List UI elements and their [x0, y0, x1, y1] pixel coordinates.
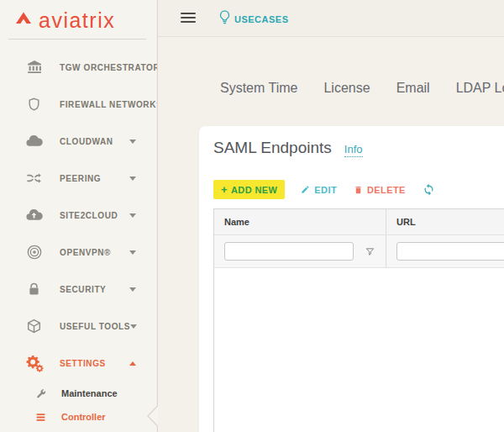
usecases-button[interactable]: USECASES: [218, 9, 289, 29]
toolbar: + ADD NEW EDIT DELETE: [213, 180, 504, 199]
sidebar-item-settings[interactable]: SETTINGS: [0, 345, 158, 382]
table-header-row: Name URL: [214, 209, 504, 235]
hamburger-menu-button[interactable]: [181, 13, 196, 25]
gears-icon: [24, 354, 44, 373]
sidebar-item-label: PEERING: [60, 174, 101, 183]
usecases-label: USECASES: [234, 14, 289, 24]
plus-icon: +: [221, 184, 228, 195]
sidebar: aviatrix TGW ORCHESTRATOR FIREWALL NETWO…: [0, 0, 158, 432]
sidebar-item-tgw-orchestrator[interactable]: TGW ORCHESTRATOR: [0, 49, 158, 86]
chevron-down-icon: [129, 287, 136, 292]
pencil-icon: [301, 185, 310, 194]
sidebar-item-label: FIREWALL NETWORK: [60, 100, 156, 109]
chevron-down-icon: [129, 213, 136, 218]
sidebar-item-label: SECURITY: [60, 285, 106, 294]
lightbulb-icon: [218, 9, 231, 29]
sidebar-item-site2cloud[interactable]: SITE2CLOUD: [0, 197, 158, 234]
sidebar-item-label: SETTINGS: [60, 359, 106, 368]
url-filter-input[interactable]: [396, 242, 504, 261]
saml-endpoints-card: SAML Endpoints Info + ADD NEW EDIT DELET…: [199, 126, 504, 432]
sidebar-item-label: USEFUL TOOLS: [60, 322, 130, 331]
add-new-button[interactable]: + ADD NEW: [213, 180, 285, 199]
chevron-down-icon: [129, 250, 136, 255]
wrench-icon: [34, 387, 46, 399]
chevron-down-icon: [130, 324, 137, 329]
sidebar-nav: TGW ORCHESTRATOR FIREWALL NETWORK CLOUDW…: [0, 40, 158, 429]
tab-email[interactable]: Email: [396, 81, 430, 96]
trash-icon: [354, 185, 363, 195]
sidebar-item-firewall-network[interactable]: FIREWALL NETWORK: [0, 86, 158, 123]
sidebar-subitem-maintenance[interactable]: Maintenance: [0, 382, 158, 405]
sidebar-item-peering[interactable]: PEERING: [0, 160, 158, 197]
name-filter-input[interactable]: [224, 242, 354, 261]
sidebar-item-cloudwan[interactable]: CLOUDWAN: [0, 123, 158, 160]
settings-tabs: System Time License Email LDAP Login: [220, 81, 504, 96]
delete-button[interactable]: DELETE: [354, 185, 406, 195]
delete-label: DELETE: [367, 185, 406, 195]
main-content: System Time License Email LDAP Login SAM…: [158, 37, 504, 432]
bank-icon: [24, 58, 44, 77]
tab-system-time[interactable]: System Time: [220, 81, 297, 96]
refresh-button[interactable]: [423, 183, 435, 196]
column-header-url: URL: [386, 217, 416, 227]
tab-license[interactable]: License: [323, 81, 370, 96]
sidebar-subitem-label: Maintenance: [61, 388, 118, 398]
lock-icon: [24, 280, 44, 299]
add-new-label: ADD NEW: [231, 185, 277, 195]
sidebar-item-label: SITE2CLOUD: [60, 211, 118, 220]
chevron-up-icon: [129, 361, 136, 366]
aviatrix-logo[interactable]: aviatrix: [0, 0, 158, 40]
edit-label: EDIT: [314, 185, 337, 195]
column-header-name: Name: [214, 217, 249, 227]
list-icon: [34, 411, 46, 423]
page-title: SAML Endpoints: [213, 139, 332, 157]
brand-name: aviatrix: [39, 10, 115, 31]
cloud-icon: [24, 132, 44, 151]
sidebar-item-label: TGW ORCHESTRATOR: [60, 63, 160, 72]
tab-ldap-login[interactable]: LDAP Login: [456, 81, 504, 96]
logo-divider: [8, 39, 146, 40]
chevron-down-icon: [129, 140, 136, 144]
cloud-upload-icon: [24, 206, 44, 225]
edit-button[interactable]: EDIT: [301, 185, 337, 195]
filter-funnel-icon[interactable]: [365, 247, 375, 256]
package-icon: [24, 317, 44, 336]
shuffle-icon: [24, 169, 44, 188]
shield-icon: [24, 95, 44, 114]
sidebar-item-label: OPENVPN®: [60, 248, 111, 257]
info-link[interactable]: Info: [344, 143, 363, 157]
refresh-icon: [423, 183, 435, 196]
topbar: USECASES: [158, 0, 504, 37]
sidebar-item-useful-tools[interactable]: USEFUL TOOLS: [0, 308, 158, 345]
target-icon: [24, 243, 44, 262]
table-filter-row: [214, 235, 504, 268]
sidebar-item-security[interactable]: SECURITY: [0, 271, 158, 308]
chevron-down-icon: [129, 176, 136, 181]
sidebar-item-label: CLOUDWAN: [60, 137, 113, 146]
saml-endpoints-table: Name URL: [213, 208, 504, 432]
sidebar-subitem-controller[interactable]: Controller: [0, 405, 158, 429]
aviatrix-logo-icon: [13, 9, 34, 31]
table-body-empty: [214, 268, 504, 432]
sidebar-subitem-label: Controller: [61, 412, 106, 422]
sidebar-item-openvpn[interactable]: OPENVPN®: [0, 234, 158, 271]
